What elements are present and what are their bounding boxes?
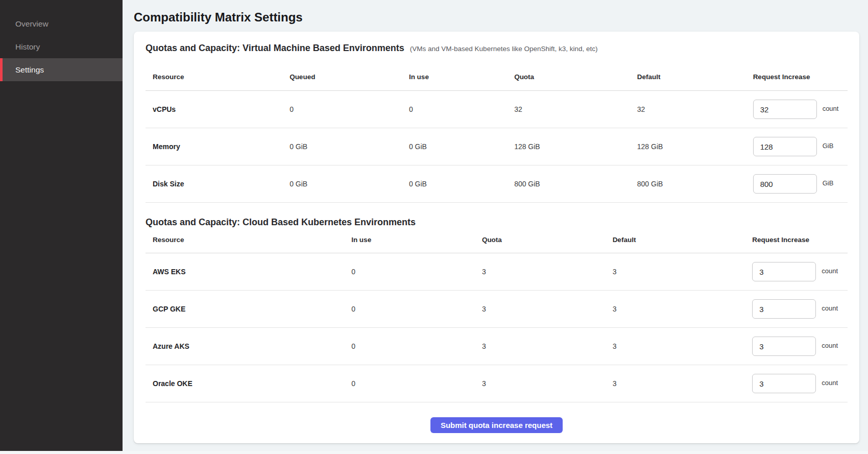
submit-quota-button[interactable]: Submit quota increase request	[430, 417, 563, 433]
table-row-memory: Memory 0 GiB 0 GiB 128 GiB 128 GiB GiB	[146, 128, 848, 165]
vcpus-request-input[interactable]	[753, 100, 817, 119]
in-use-value: 0	[344, 365, 475, 402]
cloud-table-header-row: Resource In use Quota Default Request In…	[146, 228, 848, 253]
in-use-value: 0	[402, 91, 507, 128]
unit-label: count	[823, 105, 839, 112]
disk-size-request-input[interactable]	[753, 174, 817, 194]
unit-label: count	[822, 304, 838, 312]
azure-aks-request-input[interactable]	[752, 337, 816, 356]
settings-card: Quotas and Capacity: Virtual Machine Bas…	[134, 32, 859, 443]
default-value: 32	[630, 91, 746, 128]
default-value: 3	[606, 328, 745, 365]
resource-name: GCP GKE	[146, 291, 344, 328]
column-header-request-increase: Request Increase	[746, 55, 848, 91]
gcp-gke-request-input[interactable]	[752, 299, 816, 319]
resource-name: AWS EKS	[146, 253, 344, 291]
resource-name: Oracle OKE	[146, 365, 344, 402]
sidebar-item-overview[interactable]: Overview	[0, 12, 123, 35]
resource-name: vCPUs	[146, 91, 282, 128]
quota-value: 3	[475, 253, 606, 291]
sidebar-nav: Overview History Settings	[0, 12, 123, 81]
submit-row: Submit quota increase request	[146, 402, 848, 433]
request-increase-cell: count	[745, 365, 848, 402]
oracle-oke-request-input[interactable]	[752, 374, 816, 393]
column-header-default: Default	[630, 55, 746, 91]
cloud-quota-table: Resource In use Quota Default Request In…	[146, 228, 848, 402]
resource-name: Memory	[146, 128, 282, 165]
memory-request-input[interactable]	[753, 137, 817, 156]
quota-value: 3	[475, 291, 606, 328]
in-use-value: 0	[344, 253, 475, 291]
sidebar: Overview History Settings	[0, 0, 123, 454]
table-row-gcp-gke: GCP GKE 0 3 3 count	[146, 291, 848, 328]
request-increase-cell: count	[745, 291, 848, 328]
quota-value: 800 GiB	[507, 165, 630, 203]
table-row-aws-eks: AWS EKS 0 3 3 count	[146, 253, 848, 291]
resource-name: Azure AKS	[146, 328, 344, 365]
request-increase-cell: GiB	[746, 128, 848, 165]
column-header-in-use: In use	[344, 228, 475, 253]
table-row-vcpus: vCPUs 0 0 32 32 count	[146, 91, 848, 128]
aws-eks-request-input[interactable]	[752, 262, 816, 281]
vm-table-header-row: Resource Queued In use Quota Default Req…	[146, 55, 848, 91]
column-header-queued: Queued	[282, 55, 402, 91]
in-use-value: 0 GiB	[402, 165, 507, 203]
quota-value: 128 GiB	[507, 128, 630, 165]
horizontal-scrollbar-track[interactable]	[0, 451, 868, 454]
resource-name: Disk Size	[146, 165, 282, 203]
vm-section-title: Quotas and Capacity: Virtual Machine Bas…	[146, 42, 848, 55]
app-window: Overview History Settings Compatibility …	[0, 0, 868, 454]
unit-label: GiB	[823, 142, 834, 150]
table-row-azure-aks: Azure AKS 0 3 3 count	[146, 328, 848, 365]
queued-value: 0	[282, 91, 402, 128]
request-increase-cell: count	[746, 91, 848, 128]
queued-value: 0 GiB	[282, 165, 402, 203]
default-value: 3	[606, 253, 745, 291]
table-row-disk-size: Disk Size 0 GiB 0 GiB 800 GiB 800 GiB Gi…	[146, 165, 848, 203]
in-use-value: 0 GiB	[402, 128, 507, 165]
default-value: 800 GiB	[630, 165, 746, 203]
table-row-oracle-oke: Oracle OKE 0 3 3 count	[146, 365, 848, 402]
quota-value: 3	[475, 328, 606, 365]
column-header-quota: Quota	[475, 228, 606, 253]
page-title: Compatibility Matrix Settings	[134, 0, 859, 26]
quota-value: 3	[475, 365, 606, 402]
request-increase-cell: GiB	[746, 165, 848, 203]
in-use-value: 0	[344, 291, 475, 328]
column-header-quota: Quota	[507, 55, 630, 91]
quota-value: 32	[507, 91, 630, 128]
main-content: Compatibility Matrix Settings Quotas and…	[123, 0, 868, 454]
column-header-resource: Resource	[146, 228, 344, 253]
column-header-resource: Resource	[146, 55, 282, 91]
cloud-section-title: Quotas and Capacity: Cloud Based Kuberne…	[146, 216, 848, 228]
unit-label: GiB	[823, 179, 834, 187]
unit-label: count	[822, 379, 838, 387]
vm-section-subtitle: (VMs and VM-based Kubernetes like OpenSh…	[410, 45, 598, 53]
column-header-request-increase: Request Increase	[745, 228, 848, 253]
vm-quota-table: Resource Queued In use Quota Default Req…	[146, 55, 848, 203]
unit-label: count	[822, 342, 838, 349]
request-increase-cell: count	[745, 328, 848, 365]
queued-value: 0 GiB	[282, 128, 402, 165]
vm-section-title-text: Quotas and Capacity: Virtual Machine Bas…	[146, 43, 404, 53]
sidebar-item-settings[interactable]: Settings	[0, 58, 123, 81]
default-value: 3	[606, 365, 745, 402]
in-use-value: 0	[344, 328, 475, 365]
default-value: 128 GiB	[630, 128, 746, 165]
request-increase-cell: count	[745, 253, 848, 291]
unit-label: count	[822, 267, 838, 275]
column-header-in-use: In use	[402, 55, 507, 91]
column-header-default: Default	[606, 228, 745, 253]
default-value: 3	[606, 291, 745, 328]
sidebar-item-history[interactable]: History	[0, 35, 123, 58]
